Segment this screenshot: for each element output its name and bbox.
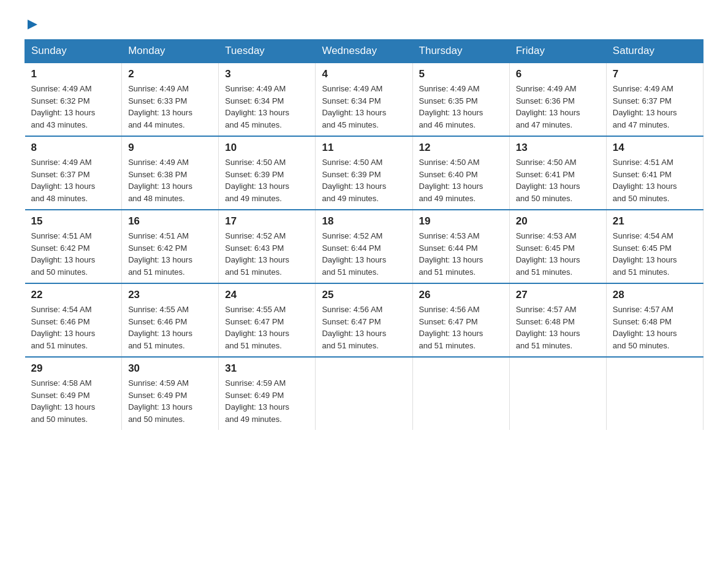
day-number: 22 [31, 289, 116, 301]
day-info: Sunrise: 4:51 AMSunset: 6:41 PMDaylight:… [613, 158, 677, 203]
day-number: 13 [516, 142, 600, 154]
col-header-saturday: Saturday [606, 40, 703, 63]
day-info: Sunrise: 4:53 AMSunset: 6:44 PMDaylight:… [419, 231, 483, 277]
calendar-cell: 18 Sunrise: 4:52 AMSunset: 6:44 PMDaylig… [316, 210, 412, 283]
day-number: 16 [128, 215, 212, 228]
day-info: Sunrise: 4:59 AMSunset: 6:49 PMDaylight:… [225, 378, 289, 424]
day-info: Sunrise: 4:51 AMSunset: 6:42 PMDaylight:… [128, 231, 192, 277]
calendar-cell: 16 Sunrise: 4:51 AMSunset: 6:42 PMDaylig… [122, 210, 219, 283]
calendar-cell: 7 Sunrise: 4:49 AMSunset: 6:37 PMDayligh… [606, 63, 703, 136]
day-info: Sunrise: 4:50 AMSunset: 6:41 PMDaylight:… [516, 158, 580, 203]
day-info: Sunrise: 4:54 AMSunset: 6:45 PMDaylight:… [613, 231, 677, 277]
day-info: Sunrise: 4:49 AMSunset: 6:33 PMDaylight:… [128, 84, 192, 129]
calendar-cell: 17 Sunrise: 4:52 AMSunset: 6:43 PMDaylig… [219, 210, 316, 283]
calendar-cell: 28 Sunrise: 4:57 AMSunset: 6:48 PMDaylig… [606, 283, 703, 357]
day-info: Sunrise: 4:56 AMSunset: 6:47 PMDaylight:… [322, 305, 386, 350]
day-info: Sunrise: 4:49 AMSunset: 6:36 PMDaylight:… [516, 84, 580, 129]
day-number: 18 [322, 215, 406, 228]
calendar-cell: 5 Sunrise: 4:49 AMSunset: 6:35 PMDayligh… [412, 63, 509, 136]
logo [25, 18, 39, 27]
calendar-cell: 31 Sunrise: 4:59 AMSunset: 6:49 PMDaylig… [219, 357, 316, 430]
calendar-cell: 27 Sunrise: 4:57 AMSunset: 6:48 PMDaylig… [509, 283, 606, 357]
col-header-thursday: Thursday [412, 40, 509, 63]
day-info: Sunrise: 4:49 AMSunset: 6:32 PMDaylight:… [31, 84, 96, 129]
col-header-tuesday: Tuesday [219, 40, 316, 63]
day-info: Sunrise: 4:50 AMSunset: 6:39 PMDaylight:… [225, 158, 289, 203]
day-number: 19 [419, 215, 503, 228]
calendar-cell: 20 Sunrise: 4:53 AMSunset: 6:45 PMDaylig… [509, 210, 606, 283]
day-number: 2 [128, 68, 212, 80]
col-header-monday: Monday [122, 40, 219, 63]
day-info: Sunrise: 4:55 AMSunset: 6:46 PMDaylight:… [128, 305, 192, 350]
day-info: Sunrise: 4:49 AMSunset: 6:38 PMDaylight:… [128, 158, 192, 203]
day-number: 1 [31, 68, 116, 80]
calendar-cell: 2 Sunrise: 4:49 AMSunset: 6:33 PMDayligh… [122, 63, 219, 136]
day-number: 6 [516, 68, 600, 80]
day-info: Sunrise: 4:57 AMSunset: 6:48 PMDaylight:… [516, 305, 580, 350]
day-info: Sunrise: 4:58 AMSunset: 6:49 PMDaylight:… [31, 378, 96, 424]
calendar-cell: 13 Sunrise: 4:50 AMSunset: 6:41 PMDaylig… [509, 136, 606, 210]
day-info: Sunrise: 4:52 AMSunset: 6:44 PMDaylight:… [322, 231, 386, 277]
day-number: 11 [322, 142, 406, 154]
calendar-cell: 4 Sunrise: 4:49 AMSunset: 6:34 PMDayligh… [316, 63, 412, 136]
calendar-cell: 1 Sunrise: 4:49 AMSunset: 6:32 PMDayligh… [25, 63, 122, 136]
day-number: 17 [225, 215, 309, 228]
calendar-cell: 22 Sunrise: 4:54 AMSunset: 6:46 PMDaylig… [25, 283, 122, 357]
calendar-cell: 11 Sunrise: 4:50 AMSunset: 6:39 PMDaylig… [316, 136, 412, 210]
day-number: 7 [613, 68, 697, 80]
logo-arrow-icon [26, 18, 39, 31]
calendar-cell [412, 357, 509, 430]
calendar-cell [606, 357, 703, 430]
day-info: Sunrise: 4:54 AMSunset: 6:46 PMDaylight:… [31, 305, 96, 350]
day-info: Sunrise: 4:50 AMSunset: 6:39 PMDaylight:… [322, 158, 386, 203]
day-info: Sunrise: 4:51 AMSunset: 6:42 PMDaylight:… [31, 231, 96, 277]
day-number: 8 [31, 142, 116, 154]
day-number: 3 [225, 68, 309, 80]
calendar-cell: 30 Sunrise: 4:59 AMSunset: 6:49 PMDaylig… [122, 357, 219, 430]
day-number: 4 [322, 68, 406, 80]
day-number: 5 [419, 68, 503, 80]
calendar-cell: 6 Sunrise: 4:49 AMSunset: 6:36 PMDayligh… [509, 63, 606, 136]
day-number: 28 [613, 289, 697, 301]
day-number: 20 [516, 215, 600, 228]
day-number: 15 [31, 215, 116, 228]
calendar-cell: 3 Sunrise: 4:49 AMSunset: 6:34 PMDayligh… [219, 63, 316, 136]
col-header-friday: Friday [509, 40, 606, 63]
day-info: Sunrise: 4:49 AMSunset: 6:34 PMDaylight:… [322, 84, 386, 129]
day-number: 25 [322, 289, 406, 301]
day-number: 31 [225, 362, 309, 375]
day-number: 10 [225, 142, 309, 154]
day-info: Sunrise: 4:49 AMSunset: 6:37 PMDaylight:… [613, 84, 677, 129]
day-number: 27 [516, 289, 600, 301]
calendar-cell: 10 Sunrise: 4:50 AMSunset: 6:39 PMDaylig… [219, 136, 316, 210]
calendar-cell: 8 Sunrise: 4:49 AMSunset: 6:37 PMDayligh… [25, 136, 122, 210]
calendar-cell [509, 357, 606, 430]
page-header [25, 18, 703, 27]
day-info: Sunrise: 4:56 AMSunset: 6:47 PMDaylight:… [419, 305, 483, 350]
day-number: 29 [31, 362, 116, 375]
calendar-cell: 15 Sunrise: 4:51 AMSunset: 6:42 PMDaylig… [25, 210, 122, 283]
calendar-cell: 23 Sunrise: 4:55 AMSunset: 6:46 PMDaylig… [122, 283, 219, 357]
day-number: 12 [419, 142, 503, 154]
calendar-cell: 21 Sunrise: 4:54 AMSunset: 6:45 PMDaylig… [606, 210, 703, 283]
day-info: Sunrise: 4:53 AMSunset: 6:45 PMDaylight:… [516, 231, 580, 277]
svg-marker-0 [28, 20, 37, 29]
day-number: 24 [225, 289, 309, 301]
col-header-sunday: Sunday [25, 40, 122, 63]
calendar-table: SundayMondayTuesdayWednesdayThursdayFrid… [25, 39, 703, 430]
day-info: Sunrise: 4:57 AMSunset: 6:48 PMDaylight:… [613, 305, 677, 350]
day-info: Sunrise: 4:49 AMSunset: 6:37 PMDaylight:… [31, 158, 96, 203]
calendar-cell: 19 Sunrise: 4:53 AMSunset: 6:44 PMDaylig… [412, 210, 509, 283]
day-info: Sunrise: 4:49 AMSunset: 6:34 PMDaylight:… [225, 84, 289, 129]
day-info: Sunrise: 4:50 AMSunset: 6:40 PMDaylight:… [419, 158, 483, 203]
calendar-cell: 9 Sunrise: 4:49 AMSunset: 6:38 PMDayligh… [122, 136, 219, 210]
calendar-cell: 12 Sunrise: 4:50 AMSunset: 6:40 PMDaylig… [412, 136, 509, 210]
calendar-cell: 29 Sunrise: 4:58 AMSunset: 6:49 PMDaylig… [25, 357, 122, 430]
col-header-wednesday: Wednesday [316, 40, 412, 63]
calendar-cell: 24 Sunrise: 4:55 AMSunset: 6:47 PMDaylig… [219, 283, 316, 357]
day-info: Sunrise: 4:55 AMSunset: 6:47 PMDaylight:… [225, 305, 289, 350]
day-number: 26 [419, 289, 503, 301]
day-number: 9 [128, 142, 212, 154]
day-info: Sunrise: 4:59 AMSunset: 6:49 PMDaylight:… [128, 378, 192, 424]
calendar-cell: 26 Sunrise: 4:56 AMSunset: 6:47 PMDaylig… [412, 283, 509, 357]
